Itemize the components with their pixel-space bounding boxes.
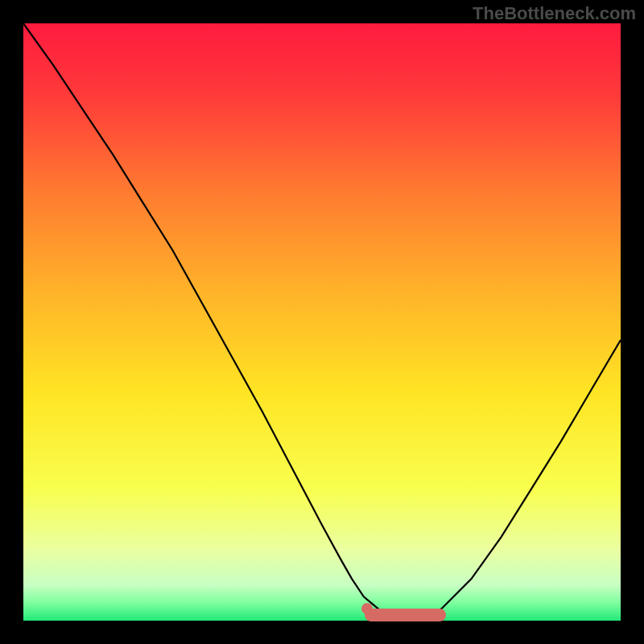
- watermark-text: TheBottleneck.com: [473, 3, 636, 24]
- gradient-background: [23, 23, 621, 621]
- optimal-range-highlight: [365, 609, 446, 621]
- bottleneck-chart: [23, 23, 621, 621]
- optimal-point-marker: [361, 603, 373, 614]
- chart-frame: [23, 23, 621, 621]
